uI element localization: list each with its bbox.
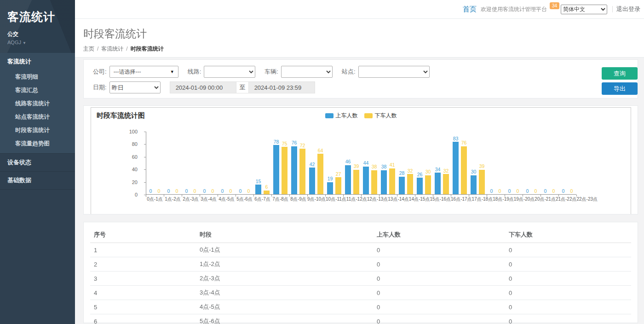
bar-column: 0: [191, 189, 199, 195]
legend-item-下车人数[interactable]: 下车人数: [364, 112, 397, 120]
content: 公司: ---请选择--- ▼ 线路: 车辆: 站点:: [75, 58, 644, 323]
table-cell: 4: [90, 286, 196, 300]
breadcrumb-link[interactable]: 主页: [83, 46, 94, 52]
bar-value-label: 0: [167, 189, 170, 194]
chart-category-slot: 00: [218, 131, 236, 194]
x-axis-label: 11点-12点: [346, 197, 367, 202]
bar-column: 32: [443, 168, 450, 194]
table-header-cell: 下车人数: [505, 227, 631, 243]
bar-下车人数: [407, 174, 413, 194]
bar-column: 38: [371, 164, 378, 194]
breadcrumb-current: 时段客流统计: [131, 46, 164, 52]
bar-上车人数: [435, 173, 441, 194]
chart-category-slot: 7875: [271, 131, 289, 194]
x-tick-mark: [307, 195, 308, 197]
query-button[interactable]: 查询: [602, 67, 638, 80]
station-label: 站点:: [342, 68, 356, 76]
bar-column: 30: [470, 169, 477, 194]
chart-category-slot: 00: [200, 131, 218, 194]
chart-panel[interactable]: 时段车流统计图 上车人数下车人数 100806040200 0000000000…: [83, 105, 638, 214]
notification-badge: 34: [550, 2, 559, 9]
sidebar-section: 客流统计客流明细客流汇总线路客流统计站点客流统计时段客流统计客流量趋势图: [0, 53, 75, 154]
chart-category-slot: 8376: [451, 131, 469, 194]
sidebar-item-客流明细[interactable]: 客流明细: [0, 70, 75, 84]
language-select[interactable]: 简体中文: [561, 5, 607, 14]
breadcrumb-separator: /: [97, 46, 98, 52]
chevron-down-icon: ▼: [23, 41, 26, 45]
x-tick-mark: [182, 195, 182, 197]
sidebar-item-设备状态[interactable]: 设备状态: [0, 154, 75, 171]
sidebar-submenu: 客流明细客流汇总线路客流统计站点客流统计时段客流统计客流量趋势图: [0, 70, 75, 153]
bar-value-label: 0: [535, 189, 537, 194]
x-tick-mark: [397, 195, 397, 197]
date-to-label: 至: [236, 81, 248, 93]
bar-column: 0: [237, 189, 244, 195]
bar-column: 78: [273, 139, 280, 194]
date-preset-select[interactable]: 昨日: [109, 81, 161, 93]
x-axis-label: 6点-7点: [253, 197, 271, 202]
logout-link[interactable]: 退出登录: [616, 5, 640, 13]
date-start-input[interactable]: [170, 81, 236, 93]
table-header-cell: 序号: [90, 227, 196, 243]
table-cell: 3点-4点: [196, 286, 373, 300]
chart-category-slot: 00: [505, 131, 523, 194]
sidebar-item-线路客流统计[interactable]: 线路客流统计: [0, 97, 75, 110]
y-axis-labels: 100806040200: [91, 132, 142, 195]
bar-column: 46: [345, 159, 352, 194]
x-axis-label: 20点-21点: [535, 197, 556, 202]
data-table: 序号时段上车人数下车人数 10点-1点0021点-2点0032点-3点0043点…: [90, 227, 631, 324]
bar-column: 0: [227, 189, 235, 195]
bar-上车人数: [381, 170, 387, 194]
table-cell: 0点-1点: [196, 243, 373, 257]
date-end-input[interactable]: [248, 81, 315, 93]
breadcrumb-link[interactable]: 客流统计: [101, 46, 123, 52]
chart-plot: 0000000000001567875767242641927463944383…: [146, 132, 576, 195]
sidebar-item-时段客流统计[interactable]: 时段客流统计: [0, 124, 75, 137]
x-tick-mark: [343, 195, 344, 197]
x-tick-mark: [523, 195, 523, 197]
x-axis-label: 5点-6点: [236, 197, 253, 202]
table-header-row: 序号时段上车人数下车人数: [90, 227, 631, 243]
breadcrumb-separator: /: [126, 46, 127, 52]
bar-上车人数: [255, 185, 261, 194]
bar-column: 0: [496, 189, 504, 195]
vehicle-select[interactable]: [281, 66, 333, 78]
bar-value-label: 75: [282, 141, 288, 146]
sidebar-item-客流量趋势图[interactable]: 客流量趋势图: [0, 137, 75, 150]
user-dropdown[interactable]: AQGJ▼: [7, 40, 68, 45]
bar-value-label: 0: [570, 189, 573, 194]
bar-value-label: 30: [426, 169, 431, 174]
bar-value-label: 0: [212, 189, 214, 194]
x-axis-label: 21点-22点: [556, 197, 577, 202]
bar-value-label: 0: [562, 189, 565, 194]
app-logo: 客流统计: [7, 9, 68, 24]
sidebar: 客流统计 公交 AQGJ▼ 客流统计客流明细客流汇总线路客流统计站点客流统计时段…: [0, 0, 75, 324]
sidebar-item-客流汇总[interactable]: 客流汇总: [0, 84, 75, 97]
bar-value-label: 0: [203, 189, 206, 194]
sidebar-item-基础数据[interactable]: 基础数据: [0, 172, 75, 189]
bar-column: 0: [550, 189, 558, 195]
x-tick-mark: [253, 195, 254, 197]
export-button[interactable]: 导出: [602, 82, 638, 95]
bar-value-label: 0: [194, 189, 196, 194]
x-axis-label: 1点-2点: [164, 197, 182, 202]
bar-下车人数: [335, 177, 341, 194]
station-select[interactable]: [358, 66, 430, 78]
sidebar-item-站点客流统计[interactable]: 站点客流统计: [0, 110, 75, 124]
x-tick-mark: [379, 195, 380, 197]
home-link[interactable]: 首页: [463, 5, 477, 14]
sidebar-item-客流统计[interactable]: 客流统计: [0, 53, 75, 70]
line-select[interactable]: [204, 66, 255, 78]
bar-上车人数: [471, 175, 477, 194]
x-tick-mark: [289, 195, 290, 197]
legend-item-上车人数[interactable]: 上车人数: [325, 112, 358, 120]
page-heading: 时段客流统计 主页/客流统计/时段客流统计: [75, 19, 644, 58]
company-label: 公司:: [93, 68, 107, 76]
chart-category-slot: 3039: [469, 131, 487, 194]
x-axis-label: 0点-1点: [146, 197, 164, 202]
table-row: 65点-6点00: [90, 314, 631, 324]
topbar: 首页 欢迎使用客流统计管理平台 34 简体中文 退出登录: [75, 0, 644, 19]
company-select-value: ---请选择---: [114, 68, 141, 76]
table-row: 10点-1点00: [90, 243, 631, 257]
company-select[interactable]: ---请选择--- ▼: [109, 66, 178, 78]
